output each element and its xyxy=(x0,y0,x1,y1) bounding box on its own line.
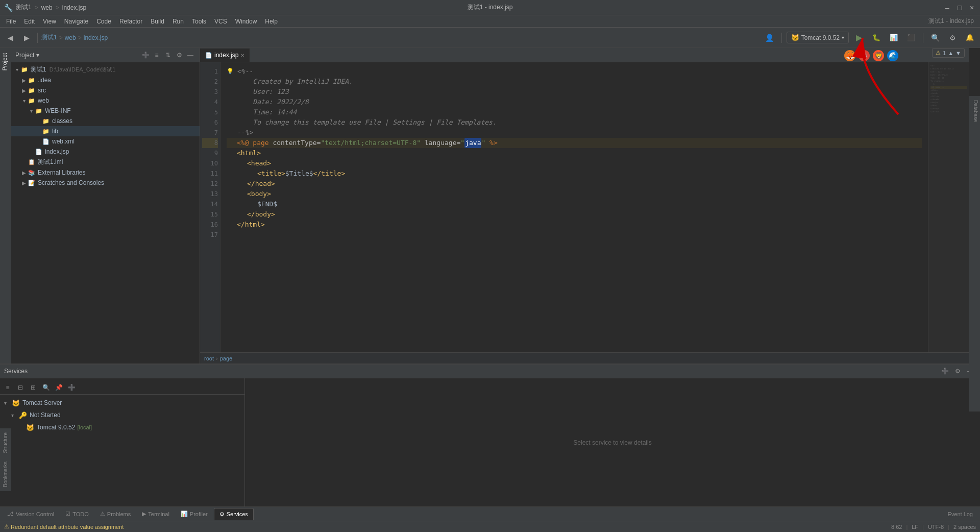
tree-item-idea[interactable]: ▶ 📁 .idea xyxy=(11,75,200,85)
project-tree: ▾ 📁 测试1 D:\Java\IDEA_Code\测试1 ▶ 📁 .idea … xyxy=(11,62,200,364)
tree-item-src[interactable]: ▶ 📁 src xyxy=(11,85,200,95)
tree-item-lib[interactable]: 📁 lib xyxy=(11,126,200,136)
tree-item-webinf[interactable]: ▾ 📁 WEB-INF xyxy=(11,106,200,116)
tree-item-indexjsp[interactable]: 📄 index.jsp xyxy=(11,147,200,157)
run-with-coverage-button[interactable]: 📊 xyxy=(887,31,901,45)
menu-help[interactable]: Help xyxy=(261,17,282,26)
close-button[interactable]: × xyxy=(968,4,976,12)
webxml-icon: 📄 xyxy=(42,137,50,146)
edge-icon[interactable]: 🌊 xyxy=(887,50,898,61)
project-path: D:\Java\IDEA_Code\测试1 xyxy=(50,66,116,74)
tree-item-web[interactable]: ▾ 📁 web xyxy=(11,95,200,106)
editor-tab-indexjsp[interactable]: 📄 index.jsp ✕ xyxy=(200,49,250,62)
tree-item-scratches[interactable]: ▶ 📝 Scratches and Consoles xyxy=(11,178,200,188)
tree-item-classes[interactable]: 📁 classes xyxy=(11,116,200,126)
debug-button[interactable]: 🐛 xyxy=(869,31,884,45)
tab-problems[interactable]: ⚠ Problems xyxy=(95,508,136,520)
structure-tab-vertical[interactable]: Structure xyxy=(1,428,10,457)
svc-tomcat-group[interactable]: ▾ 🐱 Tomcat Server xyxy=(0,397,244,409)
project-tool-add[interactable]: ➕ xyxy=(140,50,151,60)
project-tab-vertical[interactable]: Project xyxy=(0,49,11,75)
services-icon: ⚙ xyxy=(219,511,225,518)
menu-navigate[interactable]: Navigate xyxy=(60,17,92,26)
user-icon[interactable]: 👤 xyxy=(763,31,777,45)
menu-view[interactable]: View xyxy=(39,17,60,26)
tree-item-webxml[interactable]: 📄 web.xml xyxy=(11,136,200,147)
tomcat-server-icon: 🐱 xyxy=(11,398,20,407)
tab-close-button[interactable]: ✕ xyxy=(240,53,244,58)
menu-code[interactable]: Code xyxy=(92,17,115,26)
project-tool-settings[interactable]: ⚙ xyxy=(174,50,184,60)
code-line-6: To change this template use File | Setti… xyxy=(227,117,922,128)
maximize-button[interactable]: □ xyxy=(955,4,964,12)
svc-expand-all[interactable]: ≡ xyxy=(2,382,13,393)
tab-event-log[interactable]: Event Log xyxy=(942,508,978,520)
services-add-button[interactable]: ➕ xyxy=(939,366,950,377)
svc-filter[interactable]: 🔍 xyxy=(40,382,52,393)
cursor-position[interactable]: 8:62 xyxy=(891,524,902,530)
brave-icon[interactable]: 🦁 xyxy=(873,50,884,61)
warning-count-small: 1 xyxy=(943,50,946,56)
menu-run[interactable]: Run xyxy=(168,17,188,26)
svc-collapse-all[interactable]: ⊟ xyxy=(15,382,26,393)
menu-tools[interactable]: Tools xyxy=(188,17,210,26)
bottom-tabs-right: Event Log xyxy=(942,508,978,520)
run-button[interactable]: ▶ xyxy=(852,31,866,45)
back-button[interactable]: ◀ xyxy=(3,31,17,45)
warning-badge[interactable]: ⚠ Redundant default attribute value assi… xyxy=(4,523,124,530)
tree-arrow-web: ▾ xyxy=(20,98,28,104)
code-line-14: $END$ xyxy=(227,199,922,209)
tab-terminal[interactable]: ▶ Terminal xyxy=(137,508,175,520)
breadcrumb-root[interactable]: root xyxy=(204,355,214,361)
svc-add-new[interactable]: ➕ xyxy=(66,382,77,393)
project-tool-sort[interactable]: ⇅ xyxy=(163,50,173,60)
tab-profiler[interactable]: 📊 Profiler xyxy=(176,508,213,520)
line-ending[interactable]: LF xyxy=(912,524,918,530)
tree-item-extlibs[interactable]: ▶ 📚 External Libraries xyxy=(11,167,200,178)
code-line-1: 💡 <%-- xyxy=(227,66,922,77)
warning-icon-small: ⚠ xyxy=(936,50,941,56)
menu-vcs[interactable]: VCS xyxy=(210,17,231,26)
services-settings-button[interactable]: ⚙ xyxy=(952,366,963,377)
tab-todo[interactable]: ☑ TODO xyxy=(60,508,94,520)
svc-tomcat-instance[interactable]: 🐱 Tomcat 9.0.52 [local] xyxy=(0,421,244,433)
menu-build[interactable]: Build xyxy=(146,17,168,26)
breadcrumb-page[interactable]: page xyxy=(220,355,232,361)
settings-button[interactable]: ⚙ xyxy=(945,31,960,45)
breadcrumb-sep: › xyxy=(216,355,218,361)
menu-edit[interactable]: Edit xyxy=(20,17,39,26)
run-config-selector[interactable]: 🐱 Tomcat 9.0.52 ▾ xyxy=(787,32,849,43)
run-config-arrow: ▾ xyxy=(842,35,844,40)
menu-window[interactable]: Window xyxy=(231,17,261,26)
code-editor[interactable]: 💡 <%-- Created by IntelliJ IDEA. User: 1… xyxy=(220,62,928,352)
bookmarks-tab-vertical[interactable]: Bookmarks xyxy=(1,457,10,491)
tab-file-icon: 📄 xyxy=(205,52,212,59)
notifications-button[interactable]: 🔔 xyxy=(963,31,977,45)
menu-file[interactable]: File xyxy=(2,17,20,26)
indent-setting[interactable]: 2 spaces xyxy=(953,524,976,530)
tab-services[interactable]: ⚙ Services xyxy=(214,508,254,520)
breadcrumb-project[interactable]: 测试1 xyxy=(41,33,57,42)
search-everywhere-button[interactable]: 🔍 xyxy=(928,31,942,45)
svc-pin[interactable]: 📌 xyxy=(53,382,64,393)
chevron-up-icon: ▲ xyxy=(948,50,953,56)
minimize-button[interactable]: – xyxy=(943,4,951,12)
tree-item-iml[interactable]: 📋 测试1.iml xyxy=(11,157,200,167)
firefox-icon[interactable]: 🦊 xyxy=(844,50,855,61)
tab-version-control[interactable]: ⎇ Version Control xyxy=(2,508,59,520)
breadcrumb-folder[interactable]: web xyxy=(65,34,76,41)
database-tab-vertical[interactable]: Database xyxy=(969,96,980,126)
menu-refactor[interactable]: Refactor xyxy=(115,17,146,26)
chrome-icon[interactable]: ⚙ xyxy=(859,50,870,61)
forward-button[interactable]: ▶ xyxy=(19,31,34,45)
svc-group-by[interactable]: ⊞ xyxy=(28,382,39,393)
breadcrumb-file[interactable]: index.jsp xyxy=(84,34,108,41)
problems-indicator[interactable]: ⚠ 1 ▲ ▼ xyxy=(932,48,965,58)
warning-icon: ⚠ xyxy=(4,523,9,530)
tree-item-project[interactable]: ▾ 📁 测试1 D:\Java\IDEA_Code\测试1 xyxy=(11,64,200,75)
svc-not-started-group[interactable]: ▾ 🔑 Not Started xyxy=(0,409,244,421)
project-tool-scroll[interactable]: ≡ xyxy=(152,50,162,60)
project-tool-minimize[interactable]: — xyxy=(185,50,195,60)
encoding[interactable]: UTF-8 xyxy=(928,524,944,530)
stop-button[interactable]: ⬛ xyxy=(904,31,918,45)
